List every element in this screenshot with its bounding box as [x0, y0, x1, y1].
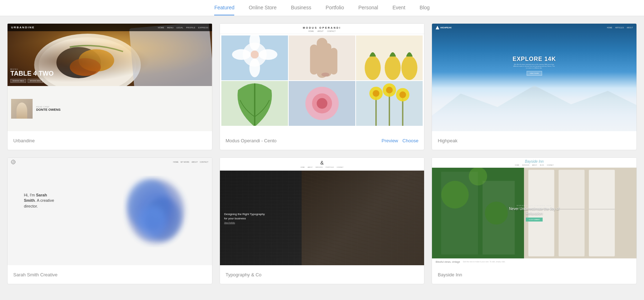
card-urbandine-title: Urbandine: [13, 138, 35, 143]
tab-online-store[interactable]: Online Store: [249, 0, 277, 15]
modus-photo-6: [356, 81, 423, 126]
modus-header: MODUS OPERANDI HOME ABOUT CONTACT: [220, 24, 424, 34]
card-urbandine[interactable]: URBANDINE HOME MENU LEGAL PROFILE EXPRES…: [7, 23, 212, 150]
card-highpeak-image: HIGHPEAK HOME ARTICLES ABOUT EXPLORE 14K…: [432, 24, 636, 131]
svg-point-23: [402, 56, 418, 80]
card-typo[interactable]: & HOME ABOUT SERVICES PORTFOLIO CONTACT …: [220, 157, 425, 284]
bayside-nav: HOME SERVICES ABOUT BLOG CONTACT: [435, 164, 634, 166]
creative-text: Hi, I'm SarahSmith. A creativedirector.: [24, 192, 54, 209]
bayside-footer-text: Blissful views, vintage Edit this text t…: [432, 258, 636, 265]
card-bayside-footer: Bayside Inn: [432, 265, 636, 284]
bayside-header: Bayside Inn HOME SERVICES ABOUT BLOG CON…: [432, 158, 636, 168]
typo-hero: Designing the Right Typography for your …: [220, 171, 424, 265]
urbandine-chef-info: HEAD CHEF DONTE OWENS: [36, 106, 208, 111]
card-modus-preview-btn[interactable]: Preview: [381, 138, 398, 143]
creative-top-bar: HOME MY WORK ABOUT CONTACT: [8, 158, 212, 166]
tab-personal[interactable]: Personal: [358, 0, 378, 15]
svg-point-3: [56, 47, 101, 78]
highpeak-view-tours-btn: VIEW TOURS: [527, 71, 542, 76]
bayside-cta-btn: CLICK SUMMER: [526, 218, 543, 222]
theme-grid: URBANDINE HOME MENU LEGAL PROFILE EXPRES…: [0, 16, 644, 291]
urbandine-chef-photo: [11, 99, 33, 119]
tab-event[interactable]: Event: [393, 0, 405, 15]
modus-photo-3: [356, 35, 423, 80]
card-urbandine-footer: Urbandine: [8, 131, 212, 150]
card-sarah-footer: Sarah Smith Creative: [8, 265, 212, 284]
svg-point-4: [78, 49, 114, 71]
svg-point-13: [259, 49, 277, 60]
highpeak-logo: HIGHPEAK: [436, 26, 452, 29]
svg-point-19: [321, 72, 329, 76]
svg-point-36: [373, 90, 380, 97]
card-modus-actions: Preview Choose: [381, 138, 418, 143]
svg-point-11: [249, 58, 260, 77]
typo-header: & HOME ABOUT SERVICES PORTFOLIO CONTACT: [220, 158, 424, 171]
modus-photo-grid: [220, 34, 424, 127]
card-modus[interactable]: MODUS OPERANDI HOME ABOUT CONTACT: [220, 23, 425, 150]
creative-nav: HOME MY WORK ABOUT CONTACT: [173, 161, 208, 163]
urbandine-chef-section: HEAD CHEF DONTE OWENS: [8, 86, 212, 131]
card-highpeak-footer: Highpeak: [432, 131, 636, 150]
card-modus-title: Modus Operandi - Cento: [226, 138, 277, 143]
typo-press-overlay: [302, 171, 424, 265]
modus-photo-5: [289, 81, 355, 126]
card-modus-footer: Modus Operandi - Cento Preview Choose: [220, 131, 424, 150]
svg-point-42: [138, 206, 167, 238]
bayside-hero: EXPERIENCE VINTAGE B&B Never Underestima…: [432, 168, 636, 258]
nav-tabs: Featured Online Store Business Portfolio…: [0, 0, 644, 16]
card-highpeak[interactable]: HIGHPEAK HOME ARTICLES ABOUT EXPLORE 14K…: [432, 23, 637, 150]
card-modus-choose-btn[interactable]: Choose: [403, 138, 419, 143]
card-bayside-title: Bayside Inn: [438, 272, 462, 277]
highpeak-nav: HOME ARTICLES ABOUT: [607, 27, 633, 29]
svg-point-21: [365, 56, 381, 80]
svg-rect-6: [129, 24, 212, 86]
svg-point-38: [399, 91, 406, 98]
typo-view-portfolio-link: View Portfolio: [224, 222, 265, 224]
bayside-hero-content: EXPERIENCE VINTAGE B&B Never Underestima…: [432, 168, 636, 258]
urbandine-title: MENU TABLE 4 TWO RESERVE TABLE BROWSE ME…: [10, 68, 54, 83]
modus-nav: HOME ABOUT CONTACT: [221, 30, 423, 32]
typo-nav: HOME ABOUT SERVICES PORTFOLIO CONTACT: [222, 166, 422, 168]
highpeak-logo-icon: [436, 26, 439, 29]
card-urbandine-image: URBANDINE HOME MENU LEGAL PROFILE EXPRES…: [8, 24, 212, 131]
urbandine-buttons: RESERVE TABLE BROWSE MENU: [10, 79, 54, 83]
svg-point-37: [386, 87, 393, 94]
card-bayside-image: Bayside Inn HOME SERVICES ABOUT BLOG CON…: [432, 158, 636, 265]
tab-featured[interactable]: Featured: [214, 0, 234, 15]
typo-hero-text: Designing the Right Typography for your …: [220, 208, 269, 228]
urbandine-logo: URBANDINE: [11, 26, 35, 29]
highpeak-content: EXPLORE 14K We offer the best mountain t…: [513, 56, 556, 76]
tab-business[interactable]: Business: [291, 0, 311, 15]
tab-portfolio[interactable]: Portfolio: [326, 0, 344, 15]
svg-point-5: [70, 58, 101, 76]
urbandine-nav: HOME MENU LEGAL PROFILE EXPRESS: [158, 27, 208, 29]
card-modus-image: MODUS OPERANDI HOME ABOUT CONTACT: [220, 24, 424, 131]
modus-photo-1: [221, 35, 288, 80]
modus-photo-4: [221, 81, 288, 126]
card-sarah[interactable]: HOME MY WORK ABOUT CONTACT: [7, 157, 212, 284]
card-highpeak-title: Highpeak: [438, 138, 457, 143]
svg-rect-18: [330, 48, 337, 75]
creative-logo-icon: [11, 160, 15, 164]
highpeak-mountain: [432, 77, 636, 131]
card-sarah-title: Sarah Smith Creative: [13, 272, 58, 277]
modus-photo-2: [289, 35, 355, 80]
svg-point-28: [317, 98, 327, 109]
card-typo-image: & HOME ABOUT SERVICES PORTFOLIO CONTACT …: [220, 158, 424, 265]
svg-rect-16: [310, 44, 318, 75]
card-typo-title: Typography & Co: [226, 272, 261, 277]
tab-blog[interactable]: Blog: [420, 0, 430, 15]
highpeak-top-bar: HIGHPEAK HOME ARTICLES ABOUT: [432, 24, 636, 32]
svg-point-9: [251, 51, 259, 58]
card-bayside[interactable]: Bayside Inn HOME SERVICES ABOUT BLOG CON…: [432, 157, 637, 284]
svg-point-22: [385, 56, 401, 80]
creative-ink-blob: [120, 176, 192, 247]
card-sarah-image: HOME MY WORK ABOUT CONTACT: [8, 158, 212, 265]
svg-point-12: [232, 49, 250, 60]
card-typo-footer: Typography & Co: [220, 265, 424, 284]
